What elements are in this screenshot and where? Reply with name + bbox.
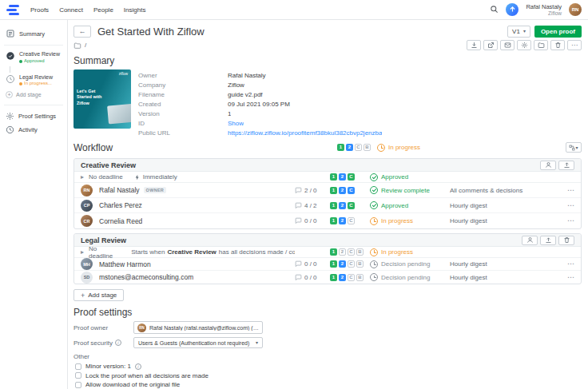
user-avatar[interactable]: RN	[569, 3, 582, 16]
reviewer-chips: 1 2 C	[330, 187, 370, 194]
field-version: Version1	[138, 109, 582, 118]
notification-setting[interactable]: Hourly digest	[450, 202, 558, 209]
gear-icon	[6, 112, 14, 121]
show-id-link[interactable]: Show	[228, 120, 244, 127]
avatar: MH	[81, 258, 93, 270]
proof-thumbnail[interactable]: ziflow Let's Get Started with Ziflow	[74, 69, 131, 129]
stage-chip: 1	[337, 144, 344, 151]
comment-count[interactable]: 0 / 0	[295, 217, 330, 224]
add-stage-button[interactable]: + Add stage	[74, 289, 124, 301]
stage-deadline: No deadline	[89, 173, 123, 181]
sidebar-item-summary[interactable]: Summary	[4, 26, 63, 41]
comment-count[interactable]: 0 / 0	[295, 274, 330, 281]
user-name: Rafal Nastaly	[526, 3, 562, 10]
sidebar: Summary Creative Review Approved Legal R…	[0, 20, 68, 389]
checkbox-allow-download[interactable]: Allow download of the original file	[74, 382, 582, 388]
row-menu-button[interactable]: ⋯	[567, 202, 574, 209]
row-menu-button[interactable]: ⋯	[567, 274, 574, 281]
row-menu-button[interactable]: ⋯	[567, 187, 574, 194]
workflow-header: Workflow 1 2 C B In progress ▾	[74, 141, 582, 154]
field-owner: OwnerRafal Nastaly	[138, 70, 582, 80]
bolt-icon	[134, 174, 141, 181]
sidebar-item-activity[interactable]: Activity	[4, 123, 63, 137]
notification-setting[interactable]: Hourly digest	[450, 217, 558, 224]
search-icon[interactable]	[490, 5, 499, 14]
nav-proofs[interactable]: Proofs	[30, 6, 49, 14]
comment-count[interactable]: 4 / 2	[295, 202, 330, 209]
checkbox[interactable]	[75, 363, 81, 370]
share-stage-button[interactable]	[540, 236, 556, 245]
info-icon: i	[135, 363, 141, 370]
nav-connect[interactable]: Connect	[59, 6, 83, 14]
sidebar-item-creative-review[interactable]: Creative Review Approved	[4, 50, 63, 66]
stage-chip: C	[348, 260, 355, 268]
stage-indicator-chips: 1 2 C	[330, 173, 370, 181]
other-settings-label: Other	[74, 353, 582, 360]
main-nav: Proofs Connect People Insights	[30, 6, 145, 14]
clock-circle-icon	[6, 74, 15, 84]
stage-settings-row: ▸ No deadline Immediately 1 2 C Approved	[74, 172, 581, 183]
reviewer-row: RN Rafal Nastaly OWNER 2 / 0 1 2 C Revie…	[74, 183, 581, 198]
add-reviewer-button[interactable]	[522, 236, 538, 245]
move-to-folder-button[interactable]	[534, 40, 548, 50]
clock-icon	[370, 273, 378, 281]
comment-count[interactable]: 2 / 0	[295, 187, 330, 194]
stage-chip: 1	[330, 173, 337, 181]
check-icon	[370, 173, 378, 181]
comment-icon	[295, 187, 302, 194]
public-url-link[interactable]: https://ziflow.ziflow.io/proofitemf38bku…	[228, 129, 382, 137]
info-icon: i	[115, 339, 121, 346]
avatar: CR	[81, 215, 93, 227]
expand-stage-chevron[interactable]: ▸	[81, 173, 84, 181]
share-stage-button[interactable]	[558, 161, 574, 170]
stage-settings-row: ▸ No deadline Starts when Creative Revie…	[74, 247, 581, 258]
checkbox-minor-version[interactable]: Minor version: 1 i	[74, 363, 582, 370]
field-filename: Filenameguide v2.pdf	[138, 89, 582, 99]
checkbox[interactable]	[75, 382, 81, 388]
comment-count[interactable]: 0 / 0	[295, 260, 330, 268]
stage-chip: C	[348, 274, 355, 281]
add-reviewer-button[interactable]	[540, 161, 556, 170]
proof-owner-input[interactable]: RN Rafal Nastaly (rafal.nastaly@ziflow.c…	[133, 321, 263, 334]
divider	[4, 45, 63, 46]
comment-icon	[295, 217, 302, 224]
expand-stage-chevron[interactable]: ▸	[81, 248, 84, 256]
reviewer-status: Review complete	[370, 186, 450, 194]
stage-status: Approved	[19, 58, 60, 65]
sidebar-item-proof-settings[interactable]: Proof Settings	[4, 109, 63, 123]
notification-setting[interactable]: Hourly digest	[450, 274, 558, 281]
breadcrumb[interactable]: /	[85, 42, 86, 49]
user-menu[interactable]: Rafal Nastaly Ziflow	[526, 3, 562, 17]
delete-stage-button[interactable]	[558, 236, 574, 245]
checkbox[interactable]	[75, 372, 81, 379]
notification-setting[interactable]: All comments & decisions	[450, 187, 558, 194]
proof-actions: ⋯	[467, 40, 582, 50]
nav-insights[interactable]: Insights	[124, 6, 146, 14]
stage-status: In progress	[370, 248, 450, 256]
more-actions-button[interactable]: ⋯	[567, 40, 582, 50]
ziflow-logo[interactable]	[6, 5, 19, 15]
download-button[interactable]	[467, 40, 481, 50]
top-navigation-bar: Proofs Connect People Insights Rafal Nas…	[0, 0, 588, 20]
settings-button[interactable]	[517, 40, 531, 50]
chevron-down-icon: ▾	[523, 29, 526, 34]
proof-security-select[interactable]: Users & Guests (Authentication not requi…	[133, 337, 263, 348]
row-menu-button[interactable]: ⋯	[567, 260, 574, 268]
nav-people[interactable]: People	[93, 6, 113, 14]
stage-chip: 2	[346, 144, 353, 151]
row-menu-button[interactable]: ⋯	[567, 217, 574, 224]
sidebar-add-stage-button[interactable]: + Add stage	[4, 89, 63, 101]
notification-setting[interactable]: Hourly digest	[450, 260, 558, 268]
launch-button[interactable]	[506, 3, 518, 16]
email-button[interactable]	[500, 40, 514, 50]
stage-chip: 1	[330, 248, 337, 256]
checkbox-lock-proof[interactable]: Lock the proof when all decisions are ma…	[74, 372, 582, 379]
share-button[interactable]	[483, 40, 498, 50]
version-select[interactable]: V1 ▾	[507, 26, 530, 38]
delete-button[interactable]	[550, 40, 565, 50]
open-proof-button[interactable]: Open proof	[534, 26, 582, 38]
sidebar-item-legal-review[interactable]: Legal Review In progress...	[4, 73, 63, 89]
workflow-actions-dropdown[interactable]: ▾	[566, 142, 582, 153]
back-button[interactable]: ←	[74, 26, 91, 38]
plus-icon: +	[81, 292, 85, 300]
